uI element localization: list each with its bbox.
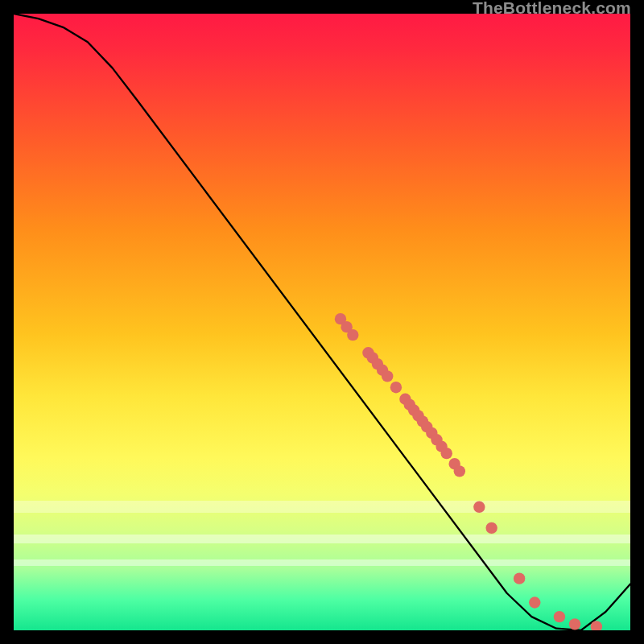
chart-frame: TheBottleneck.com — [0, 0, 644, 644]
plot-area — [14, 14, 630, 630]
